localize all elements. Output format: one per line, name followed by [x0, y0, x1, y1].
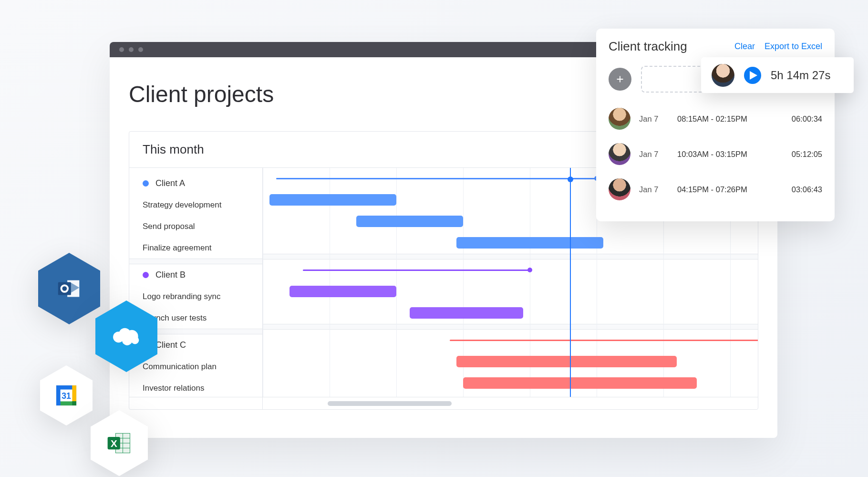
entry-range: 10:03AM - 03:15PM	[677, 150, 783, 159]
tracking-export-button[interactable]: Export to Excel	[765, 41, 822, 52]
plus-icon	[615, 74, 625, 84]
task-bar[interactable]	[456, 237, 603, 249]
task-name: Finalize agreement	[143, 243, 212, 253]
entry-duration: 05:12:05	[792, 150, 822, 159]
gantt-task-row[interactable]	[263, 373, 758, 394]
task-name: Strategy development	[143, 200, 221, 210]
gantt-group-row[interactable]: Client B	[129, 264, 262, 286]
salesforce-integration-icon[interactable]	[95, 301, 157, 372]
avatar	[609, 178, 630, 200]
play-button[interactable]	[744, 67, 761, 84]
task-bar[interactable]	[289, 286, 396, 297]
svg-text:X: X	[111, 438, 117, 449]
gantt-task-row[interactable]	[263, 232, 758, 254]
entry-duration: 03:06:43	[792, 185, 822, 194]
avatar	[712, 64, 734, 87]
outlook-icon	[54, 274, 84, 303]
entry-date: Jan 7	[639, 114, 669, 124]
entry-date: Jan 7	[639, 150, 669, 159]
tracking-entry[interactable]: Jan 704:15PM - 07:26PM03:06:43	[609, 172, 822, 207]
task-name: Logo rebranding sync	[143, 292, 221, 301]
salesforce-icon	[111, 325, 142, 347]
entry-duration: 06:00:34	[792, 114, 822, 124]
svg-rect-1	[58, 282, 71, 295]
live-duration: 5h 14m 27s	[771, 69, 830, 82]
task-name: Send proposal	[143, 222, 195, 231]
group-name: Client A	[155, 178, 185, 188]
entry-range: 04:15PM - 07:26PM	[677, 185, 783, 194]
excel-integration-icon[interactable]: X	[91, 410, 148, 476]
gantt-group-summary[interactable]	[263, 259, 758, 281]
task-bar[interactable]	[410, 307, 523, 319]
task-bar[interactable]	[356, 216, 463, 227]
group-color-dot	[143, 180, 149, 187]
window-max-dot[interactable]	[138, 47, 143, 52]
outlook-integration-icon[interactable]	[38, 253, 100, 324]
gantt-task-label[interactable]: Strategy development	[129, 194, 262, 216]
gantt-today-dot	[568, 176, 573, 182]
gantt-today-marker	[570, 168, 571, 397]
gantt-task-row[interactable]	[263, 351, 758, 373]
tracking-header: Client tracking Clear Export to Excel	[609, 39, 822, 54]
task-bar[interactable]	[269, 194, 396, 206]
gantt-task-label[interactable]: Finalize agreement	[129, 237, 262, 259]
svg-point-6	[122, 335, 132, 345]
task-bar[interactable]	[463, 377, 697, 389]
tracking-clear-button[interactable]: Clear	[734, 41, 755, 52]
play-icon	[750, 71, 757, 80]
window-close-dot[interactable]	[119, 47, 124, 52]
tracking-entry[interactable]: Jan 710:03AM - 03:15PM05:12:05	[609, 136, 822, 172]
gantt-task-label[interactable]: Send proposal	[129, 216, 262, 237]
gantt-task-row[interactable]	[263, 281, 758, 302]
entry-date: Jan 7	[639, 185, 669, 194]
task-name: Investor relations	[143, 384, 204, 393]
svg-text:31: 31	[62, 391, 71, 401]
gantt-scrollbar-track[interactable]	[270, 401, 750, 406]
excel-icon: X	[105, 429, 134, 457]
group-name: Client B	[155, 270, 186, 280]
tracking-title: Client tracking	[609, 39, 725, 54]
avatar	[609, 143, 630, 165]
group-color-dot	[143, 272, 149, 278]
window-min-dot[interactable]	[129, 47, 134, 52]
tracking-entry[interactable]: Jan 708:15AM - 02:15PM06:00:34	[609, 101, 822, 136]
gantt-task-label[interactable]: Investor relations	[129, 377, 262, 399]
gantt-scrollbar-thumb[interactable]	[328, 401, 452, 406]
live-tracking-chip: 5h 14m 27s	[701, 57, 854, 93]
tracking-entries: Jan 708:15AM - 02:15PM06:00:34Jan 710:03…	[609, 101, 822, 207]
google-calendar-icon: 31	[53, 382, 80, 409]
avatar	[609, 108, 630, 130]
group-name: Client C	[155, 340, 186, 350]
svg-point-7	[131, 336, 139, 344]
gantt-group-summary[interactable]	[263, 330, 758, 351]
svg-rect-14	[56, 385, 61, 405]
google-calendar-integration-icon[interactable]: 31	[40, 365, 93, 425]
tracking-add-button[interactable]	[609, 68, 631, 91]
gantt-task-row[interactable]	[263, 302, 758, 324]
svg-rect-13	[72, 401, 76, 405]
gantt-group-row[interactable]: Client A	[129, 173, 262, 194]
task-bar[interactable]	[456, 356, 677, 367]
entry-range: 08:15AM - 02:15PM	[677, 114, 783, 124]
